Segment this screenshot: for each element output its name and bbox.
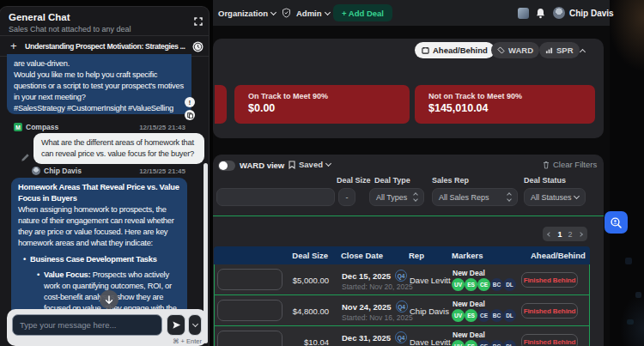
search-overlay-button[interactable] xyxy=(605,211,628,234)
notifications-bell-icon[interactable] xyxy=(536,7,545,22)
ward-view-toggle[interactable] xyxy=(218,161,235,171)
marker-bc[interactable]: BC xyxy=(490,340,503,346)
tab-spr-label: SPR xyxy=(556,46,574,55)
deal-size-cell: $4,800.00 xyxy=(284,307,329,316)
desktop-background xyxy=(610,0,644,346)
copy-icon[interactable] xyxy=(185,110,195,120)
collapse-tabs-chevron[interactable] xyxy=(580,49,586,55)
started-date: Started: Nov 16, 2025 xyxy=(342,313,413,322)
page-2[interactable]: 2 xyxy=(568,230,573,239)
deal-name-input[interactable] xyxy=(217,331,283,346)
deal-size-cell: $5,000.00 xyxy=(284,276,329,285)
app-logo-icon[interactable] xyxy=(518,8,529,19)
marker-bc[interactable]: BC xyxy=(490,309,503,322)
status-badge: Finished Behind xyxy=(521,334,578,346)
marker-es[interactable]: ES xyxy=(465,309,477,322)
bookmark-icon xyxy=(289,161,295,169)
marker-dl[interactable]: DL xyxy=(503,340,516,346)
marker-uv[interactable]: UV xyxy=(452,340,465,346)
tab-ward[interactable]: WARD xyxy=(491,42,539,58)
deal-status-select[interactable]: All Statuses xyxy=(524,188,586,206)
new-deal-tag: New Deal xyxy=(453,300,485,308)
user-avatar[interactable] xyxy=(553,7,565,19)
divider xyxy=(213,215,604,216)
tab-spr[interactable]: SPR xyxy=(539,42,580,58)
deal-name-filter-input[interactable] xyxy=(216,188,335,206)
marker-es[interactable]: ES xyxy=(465,340,477,346)
keyboard-shortcut-hint: ⌘ + Enter xyxy=(173,337,202,345)
chevron-down-icon xyxy=(325,9,331,15)
deal-name-input[interactable] xyxy=(217,269,283,290)
edit-icon[interactable] xyxy=(21,150,30,166)
next-page-icon[interactable] xyxy=(578,232,583,237)
chat-panel: General Chat Sales Chat not attached to … xyxy=(0,7,209,346)
marker-es[interactable]: ES xyxy=(465,278,477,291)
close-date-cell: Dec 15, 2025Q4 xyxy=(342,270,407,282)
bar-chart-icon xyxy=(545,46,553,54)
expand-icon[interactable] xyxy=(194,14,203,29)
chevron-down-icon xyxy=(325,161,331,167)
card-label: Not on Track to Meet 90% xyxy=(428,92,522,100)
tab-ward-label: WARD xyxy=(508,46,533,55)
thread-title[interactable]: Understanding Prospect Motivation: Strat… xyxy=(25,42,191,51)
close-date-cell: Nov 24, 2025Q4 xyxy=(342,300,408,313)
col-ahead-behind: Ahead/Behind xyxy=(531,251,586,260)
table-row: $4,800.00 Nov 24, 2025Q4 Started: Nov 16… xyxy=(215,295,589,326)
marker-ce[interactable]: CE xyxy=(477,340,490,346)
prev-page-icon[interactable] xyxy=(548,232,553,237)
organization-menu[interactable]: Organization xyxy=(218,0,276,26)
clear-filters-button[interactable]: Clear Filters xyxy=(543,160,597,169)
quarter-badge: Q4 xyxy=(396,300,408,313)
page-1[interactable]: 1 xyxy=(557,230,562,239)
marker-ce[interactable]: CE xyxy=(477,309,490,322)
assistant-message: are value-driven. Would you like me to h… xyxy=(7,54,191,114)
marker-bc[interactable]: BC xyxy=(490,278,503,291)
metric-card-partial xyxy=(215,85,227,124)
sales-rep-filter-label: Sales Rep xyxy=(432,176,469,185)
send-button[interactable] xyxy=(167,314,185,336)
marker-uv[interactable]: UV xyxy=(452,278,465,291)
add-deal-button[interactable]: + Add Deal xyxy=(333,4,392,21)
col-close-date: Close Date xyxy=(341,251,383,260)
deal-type-filter-label: Deal Type xyxy=(374,176,410,185)
user-name[interactable]: Chip Davis xyxy=(569,9,614,18)
markers-cell: UV ES CE BC DL xyxy=(452,278,516,291)
send-options-button[interactable] xyxy=(188,314,202,336)
status-badge: Finished Behind xyxy=(521,303,578,319)
marker-ce[interactable]: CE xyxy=(477,278,490,291)
marker-uv[interactable]: UV xyxy=(452,309,465,322)
new-thread-button[interactable]: + xyxy=(10,39,17,52)
updown-icon xyxy=(507,193,511,201)
chat-title: General Chat xyxy=(9,12,70,22)
pagination[interactable]: 1 2 xyxy=(543,227,587,241)
deal-size-range-separator: - xyxy=(338,188,355,206)
sender-name: Chip Davis xyxy=(44,167,82,175)
table-row: $5,000.00 Dec 15, 2025Q4 Started: Nov 20… xyxy=(215,264,589,295)
admin-menu[interactable]: Admin xyxy=(296,0,330,26)
scroll-to-bottom-button[interactable] xyxy=(100,290,118,309)
chevron-down-icon xyxy=(574,193,580,199)
marker-dl[interactable]: DL xyxy=(503,309,516,322)
timestamp: 12/15/25 21:45 xyxy=(139,167,185,175)
tab-ahead-behind[interactable]: Ahead/Behind xyxy=(415,42,495,58)
sales-rep-select[interactable]: All Sales Reps xyxy=(432,188,518,206)
deal-type-select[interactable]: All Types xyxy=(369,188,424,206)
sales-rep-value: All Sales Reps xyxy=(439,193,489,202)
saved-views-menu[interactable]: Saved xyxy=(289,160,331,169)
tag-icon xyxy=(497,46,505,54)
ward-view-label: WARD view xyxy=(240,161,284,170)
message-input[interactable]: Type your message here... xyxy=(12,314,162,336)
clear-filters-label: Clear Filters xyxy=(553,160,597,169)
markers-cell: UV ES CE BC DL xyxy=(452,309,516,322)
shield-icon xyxy=(282,0,291,26)
rep-cell: Chip Davis xyxy=(410,307,449,316)
chat-subtitle: Sales Chat not attached to any deal xyxy=(9,25,131,33)
deal-name-input[interactable] xyxy=(217,300,283,321)
chat-messages: are value-driven. Would you like me to h… xyxy=(0,54,209,316)
marker-dl[interactable]: DL xyxy=(503,278,516,291)
compass-logo: M xyxy=(14,123,22,131)
input-placeholder: Type your message here... xyxy=(20,320,116,330)
info-icon[interactable]: ! xyxy=(185,97,195,107)
quarter-badge: Q4 xyxy=(395,270,407,282)
card-value: $0.00 xyxy=(248,102,275,114)
